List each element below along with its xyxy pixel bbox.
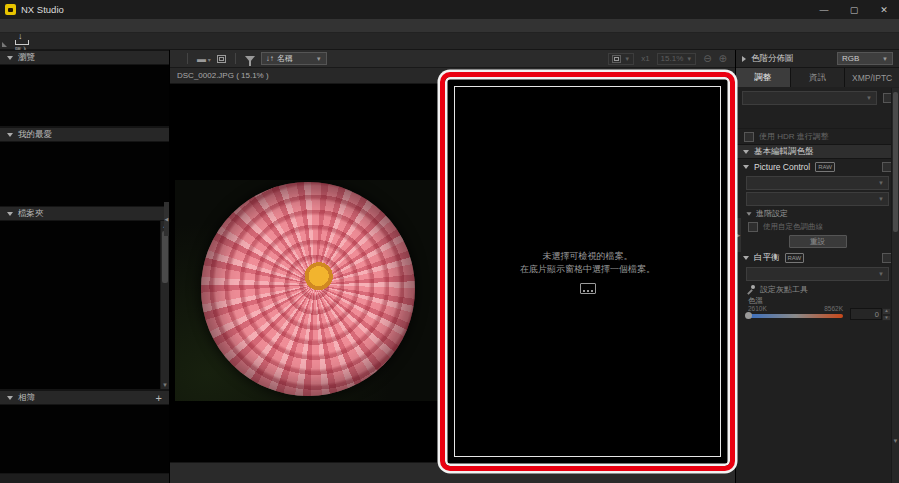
chevron-down-icon (7, 56, 13, 60)
chevron-down-icon (7, 396, 13, 400)
panel-collapse-handle[interactable]: ▶ (736, 218, 741, 252)
add-album-button[interactable]: + (156, 392, 162, 404)
chevron-down-icon (743, 256, 749, 260)
picture-control-mode-dropdown[interactable]: ▼ (746, 176, 889, 190)
panel-tabs: 調整 資訊 XMP/IPTC (736, 68, 899, 87)
photo-dahlia[interactable] (175, 180, 443, 401)
filmstrip-icon (580, 283, 596, 294)
zoom-scale-label: x1 (641, 54, 649, 63)
custom-curve-checkbox[interactable] (748, 222, 758, 232)
tab-info[interactable]: 資訊 (791, 68, 845, 87)
chevron-down-icon (7, 133, 13, 137)
menu-bar (0, 19, 899, 33)
adjustments-panel: 色階分佈圖 RGB▼ 調整 資訊 XMP/IPTC ▼ 使用 HDR 進行調整 … (735, 50, 899, 483)
toolbar-collapse-handle[interactable] (2, 42, 7, 47)
eyedropper-icon (746, 285, 755, 294)
custom-curve-label: 使用自定色調曲線 (763, 222, 823, 232)
sidebar-collapse-handle[interactable]: ◀ (164, 202, 169, 236)
maximize-button[interactable]: ▢ (839, 0, 869, 19)
zoom-controls: ▼ x1 15.1%▼ ⊖ ⊕ (608, 53, 727, 65)
annotation-highlight-box: 未選擇可檢視的檔案。 在底片顯示窗格中選擇一個檔案。 (440, 72, 735, 471)
picture-control-select-dropdown[interactable]: ▼ (746, 192, 889, 206)
chevron-down-icon (743, 150, 749, 154)
sort-direction-icon: ↓↑ (266, 54, 274, 63)
basic-palette-header[interactable]: 基本編輯調色盤 (736, 144, 899, 159)
folders-section-header[interactable]: 檔案夾 (0, 206, 169, 221)
albums-pane (0, 405, 169, 474)
raw-badge: RAW (785, 253, 805, 263)
favorites-section-header[interactable]: 我的最愛 (0, 127, 169, 142)
app-logo-icon (5, 4, 16, 15)
empty-pane-message: 未選擇可檢視的檔案。 在底片顯示窗格中選擇一個檔案。 (520, 250, 655, 277)
divider (187, 53, 188, 64)
sort-dropdown[interactable]: ↓↑ 名稱 ▼ (261, 52, 327, 65)
histogram-channel-select[interactable]: RGB▼ (837, 52, 893, 65)
folder-tree-scrollbar[interactable]: ▲ ▼ (160, 221, 169, 389)
import-icon (14, 35, 29, 45)
temp-value-input[interactable]: 0 (850, 308, 882, 320)
white-balance-dropdown[interactable]: ▼ (746, 267, 889, 281)
left-sidebar: 瀏覽 我的最愛 檔案夾 ▲ ▼ 相簿 + ◀ (0, 50, 170, 483)
main-toolbar: 匯入 (0, 33, 899, 50)
dahlia-flower (201, 182, 415, 396)
fit-mode-dropdown[interactable]: ▼ (608, 53, 634, 65)
empty-viewer-pane: 未選擇可檢視的檔案。 在底片顯示窗格中選擇一個檔案。 (454, 86, 721, 457)
zoom-out-icon[interactable]: ⊖ (703, 53, 711, 64)
chevron-down-icon (743, 165, 749, 169)
albums-section-header[interactable]: 相簿 + (0, 390, 169, 405)
scrollbar-thumb[interactable] (162, 231, 168, 283)
scroll-down-icon[interactable]: ▼ (892, 436, 899, 445)
raw-badge: RAW (815, 162, 835, 172)
filter-icon[interactable] (245, 56, 255, 62)
histogram-header[interactable]: 色階分佈圖 RGB▼ (736, 50, 899, 68)
color-temperature-slider: 色溫 2610K 8562K 0 ▲▼ (736, 296, 899, 320)
zoom-percent-dropdown[interactable]: 15.1%▼ (657, 53, 697, 65)
browser-toolbar: ▬ ▾ ↓↑ 名稱 ▼ ▼ x1 15.1%▼ ⊖ ⊕ (170, 50, 735, 68)
adjustment-preset-dropdown[interactable]: ▼ (742, 91, 877, 105)
slider-thumb[interactable] (745, 312, 752, 319)
hdr-checkbox-label: 使用 HDR 進行調整 (759, 131, 829, 142)
chevron-down-icon (746, 212, 751, 215)
chevron-down-icon: ▼ (316, 56, 322, 62)
picture-control-header[interactable]: Picture Control RAW (736, 159, 899, 175)
filmstrip-position-icon[interactable]: ▬ ▾ (197, 54, 211, 64)
panel-scrollbar[interactable]: ▼ (891, 88, 899, 483)
white-balance-header[interactable]: 白平衡 RAW (736, 250, 899, 266)
hdr-checkbox[interactable] (744, 132, 754, 142)
chevron-right-icon (742, 56, 746, 62)
fullscreen-icon[interactable] (217, 55, 226, 63)
window-title: NX Studio (21, 4, 64, 15)
reset-button[interactable]: 重設 (789, 235, 847, 248)
close-button[interactable]: ✕ (869, 0, 899, 19)
value-spinner[interactable]: ▲▼ (882, 308, 891, 320)
title-bar: NX Studio — ▢ ✕ (0, 0, 899, 19)
chevron-down-icon (7, 212, 13, 216)
folder-tree: ▲ ▼ (0, 221, 169, 390)
gray-point-tool[interactable]: 設定灰點工具 (736, 282, 899, 296)
tab-xmp-iptc[interactable]: XMP/IPTC (845, 68, 899, 87)
scroll-down-icon[interactable]: ▼ (161, 380, 169, 389)
divider (235, 53, 236, 64)
nx-studio-window: NX Studio — ▢ ✕ 匯入 瀏覽 我的最愛 檔案夾 (0, 0, 899, 483)
favorites-list (0, 142, 169, 206)
zoom-in-icon[interactable]: ⊕ (719, 53, 727, 64)
advanced-settings-header[interactable]: 進階設定 (736, 207, 899, 220)
tab-adjustments[interactable]: 調整 (736, 68, 790, 87)
tools-row (736, 109, 899, 129)
browse-section-header[interactable]: 瀏覽 (0, 50, 169, 65)
browse-preview-pane (0, 65, 169, 127)
minimize-button[interactable]: — (809, 0, 839, 19)
